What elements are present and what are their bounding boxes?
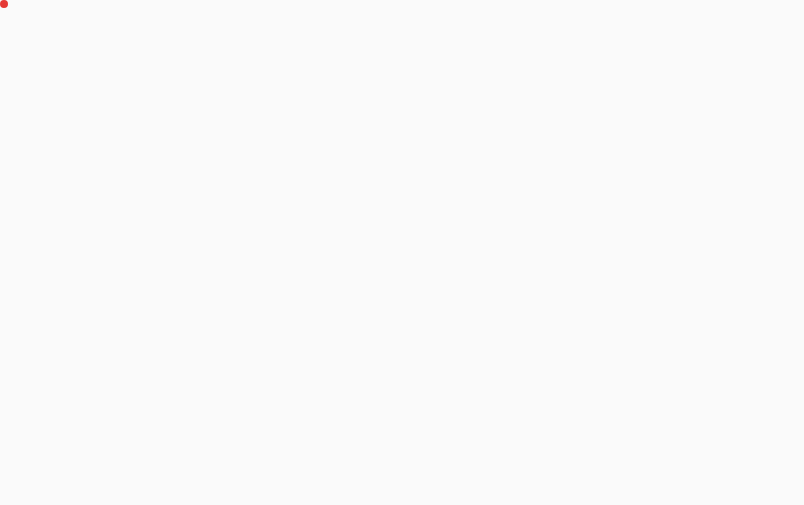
highlight-box xyxy=(0,0,8,8)
